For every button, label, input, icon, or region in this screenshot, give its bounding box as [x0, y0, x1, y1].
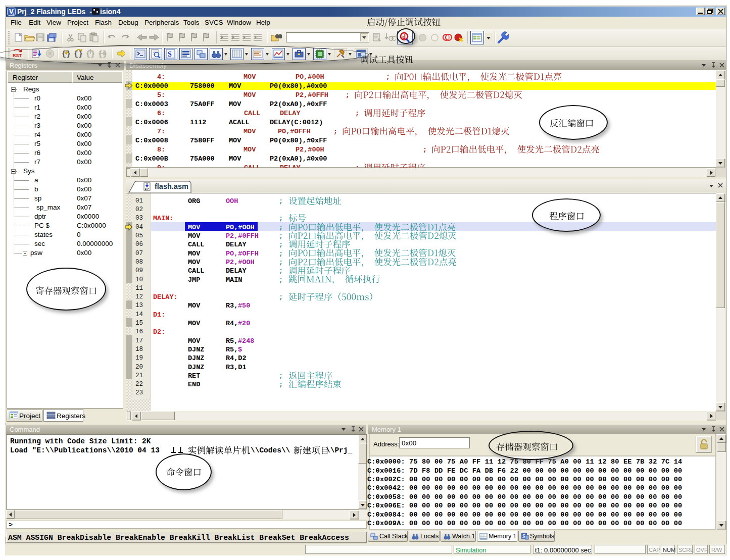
svg-text:4: 4 — [13, 12, 15, 16]
